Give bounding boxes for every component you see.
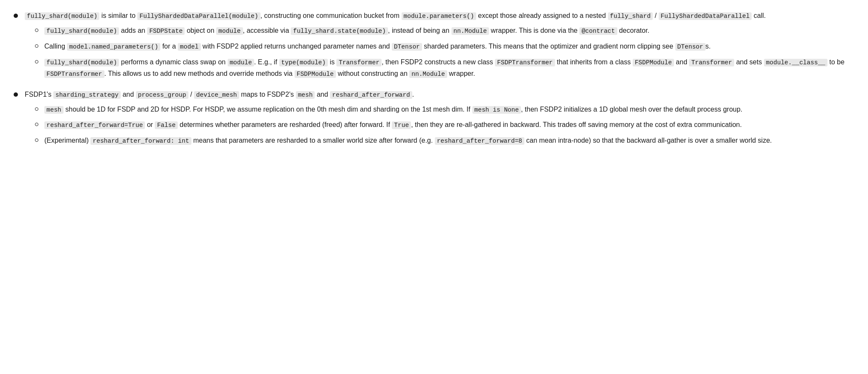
- list-item: (Experimental) reshard_after_forward: in…: [35, 135, 849, 147]
- code-inline: nn.Module: [409, 70, 447, 78]
- sub-list: mesh should be 1D for FSDP and 2D for HS…: [35, 104, 849, 147]
- code-inline: FSDPTransformer: [44, 70, 104, 78]
- sub-item-text: Calling model.named_parameters() for a m…: [44, 41, 849, 52]
- item-content: fully_shard(module) is similar to FullyS…: [25, 10, 849, 84]
- sub-item-content: fully_shard(module) performs a dynamic c…: [44, 57, 849, 80]
- code-inline: process_group: [136, 91, 188, 99]
- code-inline: fully_shard(module): [25, 12, 99, 20]
- code-inline: sharding_strategy: [53, 91, 121, 99]
- code-inline: mesh is None: [472, 106, 521, 114]
- code-inline: DTensor: [675, 43, 706, 51]
- code-inline: FSDPState: [147, 27, 185, 35]
- code-inline: module.__class__: [764, 59, 827, 66]
- sub-list: fully_shard(module) adds an FSDPState ob…: [35, 25, 849, 80]
- code-inline: module.parameters(): [402, 12, 476, 20]
- sub-item-content: Calling model.named_parameters() for a m…: [44, 41, 849, 52]
- sub-bullet-icon: [35, 107, 38, 111]
- code-inline: fully_shard(module): [44, 27, 119, 35]
- code-inline: FSDPModule: [633, 59, 674, 66]
- sub-item-content: mesh should be 1D for FSDP and 2D for HS…: [44, 104, 849, 115]
- main-list: fully_shard(module) is similar to FullyS…: [14, 10, 849, 151]
- code-inline: mesh: [44, 106, 64, 114]
- code-inline: reshard_after_forward: [330, 91, 412, 99]
- code-inline: @contract: [579, 27, 617, 35]
- sub-item-content: reshard_after_forward=True or False dete…: [44, 119, 849, 131]
- list-item: fully_shard(module) adds an FSDPState ob…: [35, 25, 849, 37]
- sub-bullet-icon: [35, 29, 38, 32]
- code-inline: nn.Module: [451, 27, 489, 35]
- list-item: mesh should be 1D for FSDP and 2D for HS…: [35, 104, 849, 115]
- item-text: FSDP1's sharding_strategy and process_gr…: [25, 89, 849, 101]
- code-inline: type(module): [279, 59, 328, 66]
- code-inline: reshard_after_forward=8: [435, 137, 524, 145]
- list-item: fully_shard(module) performs a dynamic c…: [35, 57, 849, 80]
- code-inline: mesh: [296, 91, 315, 99]
- code-inline: fully_shard.state(module): [291, 27, 388, 35]
- code-inline: device_mesh: [194, 91, 239, 99]
- sub-item-content: fully_shard(module) adds an FSDPState ob…: [44, 25, 849, 37]
- item-content: FSDP1's sharding_strategy and process_gr…: [25, 89, 849, 151]
- code-inline: reshard_after_forward=True: [44, 121, 145, 129]
- code-inline: FSDPTransformer: [495, 59, 555, 66]
- code-inline: model: [178, 43, 201, 51]
- bullet-icon: [14, 14, 18, 18]
- code-inline: reshard_after_forward: int: [90, 137, 191, 145]
- code-inline: DTensor: [392, 43, 422, 51]
- list-item: reshard_after_forward=True or False dete…: [35, 119, 849, 131]
- code-inline: fully_shard(module): [44, 59, 119, 66]
- code-inline: module: [228, 59, 254, 66]
- code-inline: model.named_parameters(): [67, 43, 160, 51]
- sub-bullet-icon: [35, 60, 38, 63]
- code-inline: Transformer: [689, 59, 734, 66]
- sub-bullet-icon: [35, 123, 38, 126]
- code-inline: Transformer: [336, 59, 382, 66]
- sub-item-content: (Experimental) reshard_after_forward: in…: [44, 135, 849, 147]
- list-item: Calling model.named_parameters() for a m…: [35, 41, 849, 52]
- sub-bullet-icon: [35, 138, 38, 142]
- code-inline: FullyShardedDataParallel: [659, 12, 752, 20]
- code-inline: False: [155, 121, 178, 129]
- code-inline: module: [216, 27, 243, 35]
- list-item: FSDP1's sharding_strategy and process_gr…: [14, 89, 849, 151]
- sub-item-text: (Experimental) reshard_after_forward: in…: [44, 135, 849, 147]
- sub-item-text: reshard_after_forward=True or False dete…: [44, 119, 849, 131]
- code-inline: FSDPModule: [295, 70, 336, 78]
- item-text: fully_shard(module) is similar to FullyS…: [25, 10, 849, 22]
- code-inline: True: [392, 121, 411, 129]
- bullet-icon: [14, 92, 18, 97]
- main-content: fully_shard(module) is similar to FullyS…: [14, 10, 849, 151]
- sub-item-text: fully_shard(module) performs a dynamic c…: [44, 57, 849, 80]
- sub-bullet-icon: [35, 44, 38, 48]
- code-inline: FullyShardedDataParallel(module): [137, 12, 260, 20]
- sub-item-text: mesh should be 1D for FSDP and 2D for HS…: [44, 104, 849, 115]
- code-inline: fully_shard: [608, 12, 653, 20]
- list-item: fully_shard(module) is similar to FullyS…: [14, 10, 849, 84]
- sub-item-text: fully_shard(module) adds an FSDPState ob…: [44, 25, 849, 37]
